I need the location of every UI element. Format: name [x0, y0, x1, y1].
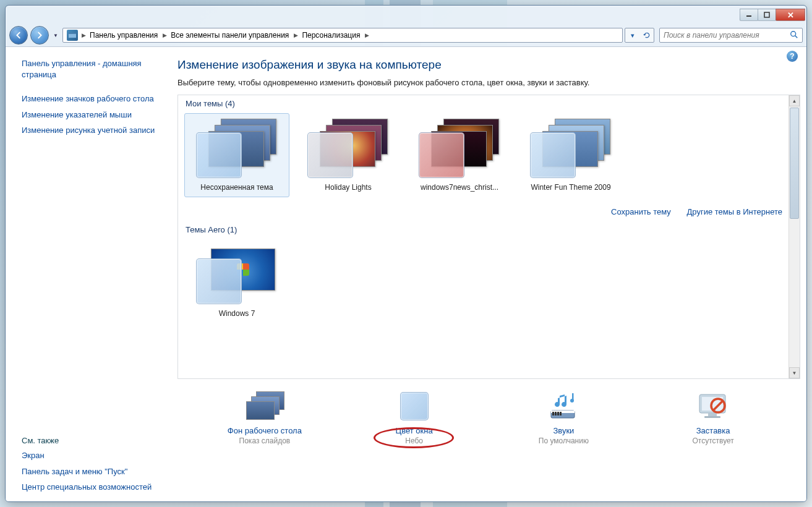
desktop-background-icon: [245, 390, 284, 422]
sounds-icon: [544, 390, 583, 422]
svg-rect-16: [708, 413, 717, 416]
window-color-setting[interactable]: Цвет окна Небо: [346, 390, 482, 445]
setting-value: Отсутствует: [692, 437, 733, 445]
close-button[interactable]: ✕: [776, 9, 805, 21]
svg-rect-11: [560, 412, 562, 415]
see-also-taskbar[interactable]: Панель задач и меню "Пуск": [22, 464, 164, 480]
window-color-icon: [395, 390, 434, 422]
titlebar: ✕: [6, 6, 806, 24]
theme-item[interactable]: Winter Fun Theme 2009: [518, 113, 623, 197]
search-input[interactable]: Поиск в панели управления: [659, 28, 803, 43]
history-dropdown[interactable]: ▼: [51, 29, 60, 41]
chevron-right-icon: ▶: [293, 32, 299, 38]
svg-rect-7: [551, 411, 575, 413]
theme-item[interactable]: Holiday Lights: [296, 113, 401, 197]
chevron-right-icon: ▶: [80, 32, 87, 38]
see-also-accessibility[interactable]: Центр специальных возможностей: [22, 479, 164, 495]
minimize-button[interactable]: [740, 9, 758, 21]
scroll-up-button[interactable]: ▲: [789, 95, 800, 106]
maximize-button[interactable]: [758, 9, 776, 21]
chevron-right-icon: ▶: [161, 32, 168, 38]
refresh-button[interactable]: [639, 32, 654, 39]
setting-title: Звуки: [553, 426, 574, 435]
svg-rect-3: [69, 33, 76, 34]
forward-button[interactable]: [30, 26, 49, 45]
breadcrumb[interactable]: Панель управления: [87, 31, 161, 40]
sounds-setting[interactable]: Звуки По умолчанию: [495, 390, 631, 445]
svg-rect-13: [572, 393, 574, 401]
group-header-my-themes: Мои темы (4): [178, 95, 800, 111]
breadcrumb[interactable]: Все элементы панели управления: [168, 31, 293, 40]
online-themes-link[interactable]: Другие темы в Интернете: [687, 207, 783, 216]
theme-label: Winter Fun Theme 2009: [531, 183, 610, 193]
svg-rect-1: [764, 12, 769, 17]
svg-rect-10: [557, 412, 559, 415]
page-title: Изменение изображения и звука на компьют…: [177, 56, 800, 78]
scrollbar[interactable]: ▲ ▼: [788, 95, 800, 378]
back-button[interactable]: [9, 26, 28, 45]
address-tools: ▾: [625, 28, 654, 43]
theme-item[interactable]: Windows 7: [184, 239, 289, 323]
svg-line-5: [795, 35, 798, 38]
svg-rect-8: [552, 412, 554, 415]
see-also-heading: См. также: [22, 433, 164, 448]
breadcrumb[interactable]: Персонализация: [299, 31, 364, 40]
see-also-display[interactable]: Экран: [22, 448, 164, 464]
theme-label: windows7news_christ...: [421, 183, 498, 193]
group-header-aero: Темы Aero (1): [178, 221, 800, 237]
svg-rect-9: [555, 412, 557, 415]
main-panel: ? Изменение изображения и звука на компь…: [171, 47, 806, 501]
sidebar-link-desktop-icons[interactable]: Изменение значков рабочего стола: [22, 91, 164, 107]
history-down-button[interactable]: ▾: [625, 32, 639, 40]
save-theme-link[interactable]: Сохранить тему: [611, 207, 671, 216]
svg-rect-17: [704, 416, 720, 418]
navbar: ▼ ▶ Панель управления ▶ Все элементы пан…: [6, 24, 806, 46]
scroll-thumb[interactable]: [790, 108, 799, 219]
svg-point-4: [791, 31, 796, 36]
search-placeholder: Поиск в панели управления: [664, 31, 759, 40]
desktop-background-setting[interactable]: Фон рабочего стола Показ слайдов: [197, 390, 333, 445]
help-icon[interactable]: ?: [787, 51, 798, 62]
setting-value: Показ слайдов: [239, 437, 291, 445]
theme-label: Holiday Lights: [325, 183, 371, 193]
page-subtitle: Выберите тему, чтобы одновременно измени…: [177, 78, 800, 95]
scroll-down-button[interactable]: ▼: [789, 367, 800, 378]
content-area: Панель управления - домашняя страница Из…: [6, 46, 806, 501]
theme-label: Несохраненная тема: [200, 183, 273, 193]
theme-action-links: Сохранить тему Другие темы в Интернете: [178, 205, 800, 221]
setting-value: По умолчанию: [539, 437, 589, 445]
screensaver-icon: [693, 390, 733, 422]
theme-thumbnail: [528, 117, 614, 179]
theme-item[interactable]: windows7news_christ...: [407, 113, 512, 197]
theme-label: Windows 7: [219, 309, 255, 319]
setting-title: Заставка: [696, 426, 730, 435]
theme-thumbnail: [416, 117, 503, 179]
chevron-right-icon: ▶: [364, 32, 370, 38]
theme-thumbnail: [305, 117, 391, 179]
control-panel-home-link[interactable]: Панель управления - домашняя страница: [22, 56, 164, 82]
theme-thumbnail: [194, 117, 280, 179]
search-icon: [790, 30, 798, 41]
personalization-window: ✕ ▼ ▶ Панель управления ▶ Все элементы п…: [5, 5, 807, 502]
sidebar-link-account-picture[interactable]: Изменение рисунка учетной записи: [22, 122, 164, 138]
setting-value: Небо: [405, 437, 423, 445]
bottom-settings-row: Фон рабочего стола Показ слайдов Цвет ок…: [177, 379, 800, 450]
sidebar: Панель управления - домашняя страница Из…: [6, 47, 171, 501]
svg-rect-0: [746, 15, 751, 17]
sidebar-link-mouse-pointers[interactable]: Изменение указателей мыши: [22, 107, 164, 123]
theme-thumbnail: [194, 244, 280, 305]
screensaver-setting[interactable]: Заставка Отсутствует: [645, 390, 781, 445]
theme-item[interactable]: Несохраненная тема: [184, 113, 289, 197]
setting-title: Фон рабочего стола: [228, 426, 302, 435]
themes-list: Мои темы (4) Несохраненная тема: [177, 95, 800, 379]
address-bar[interactable]: ▶ Панель управления ▶ Все элементы панел…: [62, 28, 623, 43]
setting-title: Цвет окна: [396, 426, 433, 435]
control-panel-icon: [67, 30, 78, 41]
